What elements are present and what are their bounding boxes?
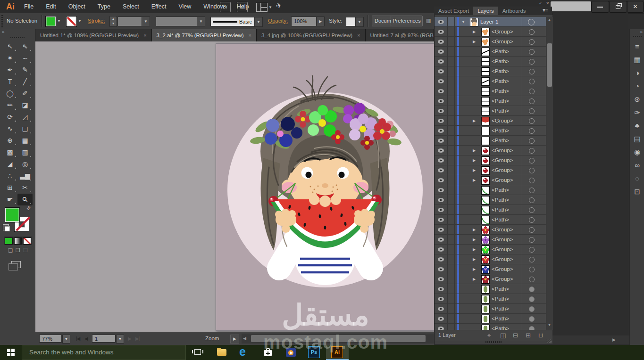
stroke-width-field[interactable]	[117, 16, 142, 26]
lock-cell[interactable]	[448, 215, 455, 224]
disclosure-right-icon[interactable]: ▶	[473, 178, 476, 182]
target-circle[interactable]	[529, 316, 535, 322]
disclosure-right-icon[interactable]: ▶	[473, 267, 476, 271]
lock-cell[interactable]	[448, 235, 455, 244]
target-cell[interactable]	[522, 185, 546, 195]
layer-row[interactable]: <Path>	[435, 126, 546, 136]
lock-cell[interactable]	[448, 17, 455, 26]
target-cell[interactable]	[522, 126, 546, 135]
target-cell[interactable]	[522, 96, 546, 106]
panel-tab-asset-export[interactable]: Asset Export	[434, 7, 473, 15]
target-cell[interactable]	[522, 57, 546, 66]
visibility-toggle[interactable]	[435, 47, 448, 56]
visibility-toggle[interactable]	[435, 106, 448, 115]
width-profile-field[interactable]	[156, 16, 197, 26]
target-circle[interactable]	[529, 178, 535, 183]
color-button[interactable]	[5, 237, 13, 245]
target-cell[interactable]	[522, 146, 546, 155]
menu-item-object[interactable]: Object	[62, 0, 92, 13]
lock-cell[interactable]	[448, 47, 455, 56]
target-cell[interactable]	[522, 106, 546, 115]
visibility-toggle[interactable]	[435, 76, 448, 86]
pen-tool[interactable]: ✒	[2, 64, 17, 76]
visibility-toggle[interactable]	[435, 17, 448, 26]
stroke-width-stepper[interactable]: ▲▼	[109, 16, 117, 27]
layer-row[interactable]: <Path>	[435, 47, 546, 57]
lock-cell[interactable]	[448, 225, 455, 234]
lock-cell[interactable]	[448, 155, 455, 165]
draw-inside-icon[interactable]: ❒	[23, 247, 28, 254]
zoom-tool[interactable]: ⚲	[17, 194, 33, 205]
lock-cell[interactable]	[448, 175, 455, 185]
curvature-tool[interactable]: ✎	[17, 64, 33, 76]
layer-row[interactable]: <Path>	[435, 185, 546, 195]
free-transform-tool[interactable]: ▢	[17, 123, 33, 135]
lock-cell[interactable]	[448, 264, 455, 274]
lock-cell[interactable]	[448, 254, 455, 264]
stroke-width-dropdown[interactable]: ▼	[142, 16, 150, 26]
default-fill-stroke-icon[interactable]	[3, 224, 9, 230]
target-circle[interactable]	[529, 49, 535, 55]
disclosure-right-icon[interactable]: ▶	[473, 257, 476, 262]
line-segment-tool[interactable]: ╱	[17, 76, 33, 88]
menu-item-view[interactable]: View	[172, 0, 197, 13]
layer-row[interactable]: ▶<Group>	[435, 225, 546, 235]
lock-cell[interactable]	[448, 76, 455, 86]
style-swatch[interactable]	[346, 17, 356, 26]
panel-menu-icon[interactable]: ▼≡	[542, 8, 547, 13]
target-cell[interactable]	[522, 155, 546, 165]
pencil-tool[interactable]: ✏	[2, 99, 17, 111]
gradient-button[interactable]	[14, 237, 22, 245]
illustrator-icon[interactable]: Ai	[326, 345, 349, 360]
layer-row[interactable]: ▶<Group>	[435, 264, 546, 274]
layer-row[interactable]: <Path>	[435, 76, 546, 86]
blend-tool[interactable]: ◎	[17, 158, 33, 170]
store-icon[interactable]	[257, 345, 279, 360]
target-cell[interactable]	[522, 235, 546, 244]
target-circle[interactable]	[529, 326, 535, 330]
layer-row[interactable]: ▶<Group>	[435, 27, 546, 37]
zoom-level-field[interactable]: 77%	[39, 335, 62, 343]
fill-color-swatch[interactable]	[45, 16, 56, 27]
target-cell[interactable]	[522, 215, 546, 224]
paintbrush-tool[interactable]: ✐	[17, 88, 33, 99]
target-cell[interactable]	[522, 245, 546, 254]
stroke-color-swatch[interactable]	[66, 16, 77, 27]
width-tool[interactable]: ∿	[2, 123, 17, 135]
layer-row[interactable]: ▶<Group>	[435, 245, 546, 254]
magic-wand-tool[interactable]: ✶	[2, 52, 17, 64]
target-circle[interactable]	[529, 217, 535, 223]
selection-tool[interactable]: ↖	[2, 41, 17, 52]
layer-row[interactable]: <Path>	[435, 136, 546, 146]
visibility-toggle[interactable]	[435, 126, 448, 135]
target-cell[interactable]	[522, 27, 546, 36]
symbols-panel-icon[interactable]: ♣	[630, 122, 644, 130]
visibility-toggle[interactable]	[435, 314, 448, 323]
close-panel-icon[interactable]: ✕	[546, 1, 550, 6]
document-tab[interactable]: 3_2.ai* @ 77% (RGB/GPU Preview)×	[152, 29, 257, 41]
visibility-toggle[interactable]	[435, 294, 448, 303]
visibility-toggle[interactable]	[435, 215, 448, 224]
video-app-icon[interactable]	[280, 345, 302, 360]
gradient-tool[interactable]: ▥	[17, 147, 33, 158]
target-circle[interactable]	[529, 237, 535, 243]
layer-row[interactable]: <Path>	[435, 106, 546, 116]
target-circle[interactable]	[529, 108, 535, 114]
lock-cell[interactable]	[448, 284, 455, 294]
brush-definition-field[interactable]: Basic	[210, 17, 255, 26]
lock-cell[interactable]	[448, 294, 455, 303]
new-sublayer-icon[interactable]: ⊟	[513, 332, 518, 339]
symbol-sprayer-tool[interactable]: ∴	[2, 170, 17, 182]
color-panel-icon[interactable]: ◑	[630, 69, 644, 77]
lock-cell[interactable]	[448, 165, 455, 175]
lock-cell[interactable]	[448, 205, 455, 214]
target-circle[interactable]	[529, 277, 535, 282]
next-artboard-button[interactable]: ▶	[128, 336, 131, 341]
visibility-toggle[interactable]	[435, 66, 448, 76]
horizontal-scrollbar[interactable]: ◀	[242, 334, 434, 344]
stock-button[interactable]: St	[237, 2, 248, 12]
lock-cell[interactable]	[448, 86, 455, 96]
visibility-toggle[interactable]	[435, 304, 448, 313]
chevron-down-icon[interactable]: ▼	[78, 19, 82, 23]
disclosure-right-icon[interactable]: ▶	[473, 277, 476, 281]
